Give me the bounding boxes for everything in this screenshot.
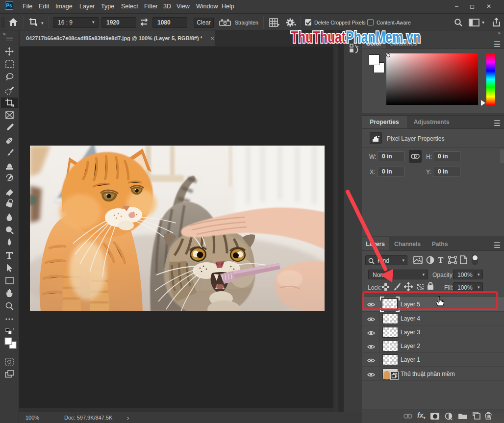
- svg-text:ThuThuat: ThuThuat: [291, 27, 346, 46]
- svg-text:PhanMem.vn: PhanMem.vn: [346, 27, 421, 46]
